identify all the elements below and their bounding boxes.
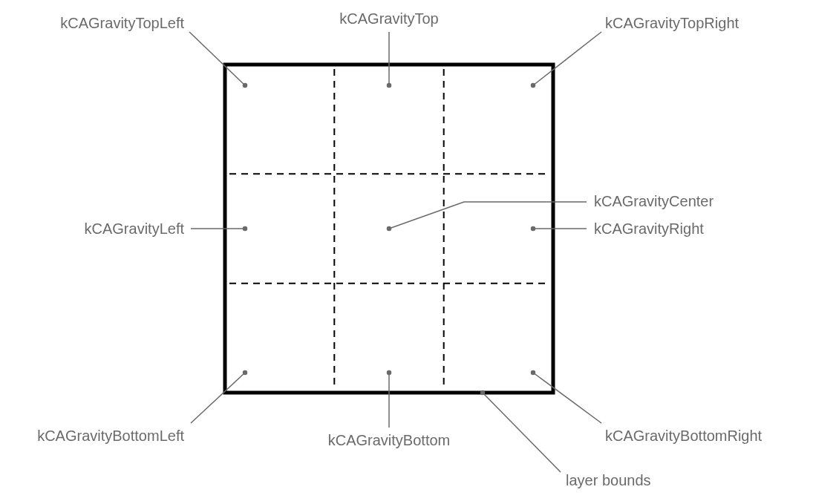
label-bottom-left: kCAGravityBottomLeft <box>37 428 184 444</box>
leaders <box>189 32 601 472</box>
svg-line-19 <box>533 373 601 423</box>
labels: kCAGravityTopLeft kCAGravityTop kCAGravi… <box>37 10 762 488</box>
svg-line-8 <box>533 32 601 85</box>
svg-point-20 <box>532 371 535 375</box>
svg-point-14 <box>532 227 535 231</box>
label-bottom: kCAGravityBottom <box>328 432 450 448</box>
label-top-left: kCAGravityTopLeft <box>60 15 184 31</box>
svg-line-15 <box>191 373 245 423</box>
label-layer-bounds: layer bounds <box>566 472 651 488</box>
svg-point-16 <box>244 371 247 375</box>
svg-line-4 <box>189 32 245 85</box>
svg-point-11 <box>244 227 247 231</box>
label-right: kCAGravityRight <box>594 220 704 237</box>
svg-point-22 <box>481 391 485 395</box>
svg-point-18 <box>388 371 391 375</box>
svg-point-5 <box>244 84 247 88</box>
label-bottom-right: kCAGravityBottomRight <box>605 428 763 444</box>
label-center: kCAGravityCenter <box>594 193 714 209</box>
svg-line-21 <box>483 393 561 472</box>
label-top-right: kCAGravityTopRight <box>605 15 739 31</box>
label-left: kCAGravityLeft <box>85 220 185 237</box>
svg-point-9 <box>532 84 535 88</box>
label-top: kCAGravityTop <box>339 10 438 27</box>
gravity-diagram: kCAGravityTopLeft kCAGravityTop kCAGravi… <box>0 0 813 504</box>
svg-point-12 <box>388 227 391 231</box>
svg-point-7 <box>388 84 391 88</box>
